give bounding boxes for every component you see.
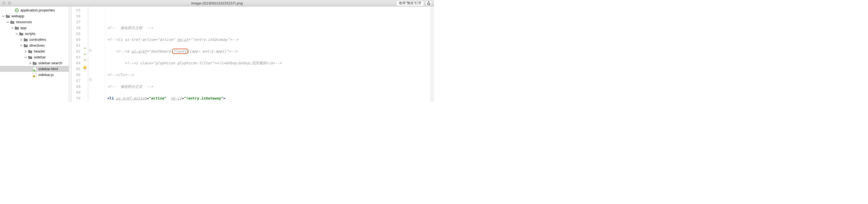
line-number: 69 (71, 89, 81, 95)
line-number: 59 (71, 31, 81, 37)
folder-icon (24, 37, 28, 42)
tree-item-label: scripts (25, 32, 35, 36)
titlebar: image-2019091016153157I.png 使用"预览"打开 (0, 0, 434, 6)
tree-item-resources[interactable]: resources (0, 19, 69, 25)
line-number: 57 (71, 19, 81, 25)
tree-item-application-properties[interactable]: application.properties (0, 7, 69, 13)
tree-item-sidebar-html[interactable]: Hsidebar.html (0, 66, 69, 72)
editor-overview-ruler[interactable] (431, 6, 434, 102)
tree-item-header[interactable]: header (0, 48, 69, 54)
folder-icon (24, 43, 28, 48)
tree-item-sidebar[interactable]: sidebar (0, 54, 69, 60)
tree-caret-spacer (11, 9, 14, 12)
tree-caret-down-icon[interactable] (6, 20, 9, 24)
svg-point-8 (84, 66, 86, 69)
tree-item-scripts[interactable]: scripts (0, 31, 69, 37)
folder-icon (28, 49, 32, 54)
tree-caret-down-icon[interactable] (15, 32, 19, 35)
fold-toggle[interactable] (89, 79, 92, 81)
change-marker (84, 53, 86, 55)
code-line[interactable]: <!--<a ui-sref="dashboard.flowV1({app: e… (107, 48, 431, 54)
tree-item-controllers[interactable]: controllers (0, 37, 69, 42)
line-number: 67 (71, 78, 81, 84)
annotation-gutter (82, 6, 88, 102)
app-window: image-2019091016153157I.png 使用"预览"打开 app… (0, 0, 434, 102)
svg-point-1 (16, 10, 17, 11)
line-number: 58 (71, 25, 81, 31)
code-line[interactable]: <!--<li ui-sref-active="active" ng-if="!… (107, 37, 431, 42)
tree-item-label: resources (16, 20, 32, 24)
line-number: 56 (71, 13, 81, 19)
svg-rect-9 (84, 69, 86, 69)
code-line[interactable]: <!-- 修改部分之后 --> (107, 84, 431, 89)
js-icon: JS (32, 72, 37, 77)
project-tree[interactable]: application.propertieswebappresourcesapp… (0, 6, 69, 102)
line-number: 66 (71, 72, 81, 78)
tree-item-app[interactable]: app (0, 25, 69, 31)
window-controls (2, 1, 11, 5)
line-number: 55 (71, 7, 81, 13)
tree-item-directives[interactable]: directives (0, 42, 69, 48)
tree-item-label: directives (29, 43, 45, 48)
folder-icon (32, 61, 37, 65)
close-window-button[interactable] (2, 1, 6, 5)
share-button[interactable] (426, 1, 432, 6)
open-with-preview-button[interactable]: 使用"预览"打开 (396, 0, 424, 6)
line-number: 62 (71, 48, 81, 54)
splitter[interactable] (69, 6, 71, 102)
code-editor[interactable]: <!-- 修改部分之前 --> <!--<li ui-sref-active="… (105, 6, 431, 102)
tree-item-webapp[interactable]: webapp (0, 13, 69, 19)
props-icon (14, 8, 19, 12)
code-line[interactable]: <!--</li>--> (107, 72, 431, 78)
line-number: 61 (71, 42, 81, 48)
tree-caret-right-icon[interactable] (20, 38, 23, 41)
code-line[interactable]: <!--<i class="glyphicon glyphicon-filter… (107, 60, 431, 66)
line-number: 63 (71, 54, 81, 60)
html-icon: H (32, 67, 37, 71)
svg-text:JS: JS (33, 76, 35, 77)
folder-icon (19, 32, 24, 36)
code-line[interactable] (107, 13, 431, 19)
tree-caret-right-icon[interactable] (29, 61, 32, 65)
tree-item-sidebar-js[interactable]: JSsidebar.js (0, 72, 69, 78)
folder-icon (10, 20, 14, 24)
tree-item-sidebar-search[interactable]: sidebar-search (0, 60, 69, 66)
tree-item-label: sidebar-search (38, 61, 62, 65)
tree-item-label: sidebar (34, 55, 46, 59)
tree-caret-down-icon[interactable] (20, 44, 23, 47)
tree-caret-spacer (29, 67, 32, 71)
tree-caret-right-icon[interactable] (24, 50, 27, 53)
main-area: application.propertieswebappresourcesapp… (0, 6, 434, 102)
change-marker (84, 48, 86, 49)
tree-item-label: header (34, 49, 45, 53)
line-number: 70 (71, 95, 81, 101)
tree-item-label: webapp (11, 14, 24, 18)
tree-item-label: sidebar.js (38, 72, 54, 77)
folder-icon (28, 55, 32, 60)
folder-icon (6, 14, 10, 19)
tree-item-label: application.properties (21, 8, 55, 12)
tree-item-label: app (21, 26, 27, 30)
fold-toggle[interactable] (89, 49, 92, 52)
tree-caret-down-icon[interactable] (11, 26, 14, 30)
minimize-window-button[interactable] (8, 1, 11, 5)
tree-item-label: sidebar.html (38, 67, 58, 71)
line-number: 65 (71, 66, 81, 72)
svg-text:H: H (33, 69, 34, 71)
change-marker (84, 59, 86, 61)
line-number: 60 (71, 37, 81, 42)
share-icon (427, 1, 430, 5)
line-number-gutter: 55565758596061626364656667686970 (71, 6, 82, 102)
tree-caret-down-icon[interactable] (2, 14, 5, 18)
intention-bulb-icon[interactable] (83, 66, 87, 70)
tree-item-label: controllers (29, 37, 46, 41)
line-number: 64 (71, 60, 81, 66)
tree-caret-spacer (29, 73, 32, 77)
code-line[interactable]: <!-- 修改部分之前 --> (107, 25, 431, 31)
tree-caret-down-icon[interactable] (24, 56, 27, 59)
window-title: image-2019091016153157I.png (0, 1, 434, 5)
highlighted-text-flowv1: flowV1 (172, 49, 188, 54)
folder-icon (14, 26, 19, 30)
code-line[interactable]: <li ui-sref-active="active" ng-if="!entr… (107, 95, 431, 101)
fold-gutter (89, 6, 105, 102)
